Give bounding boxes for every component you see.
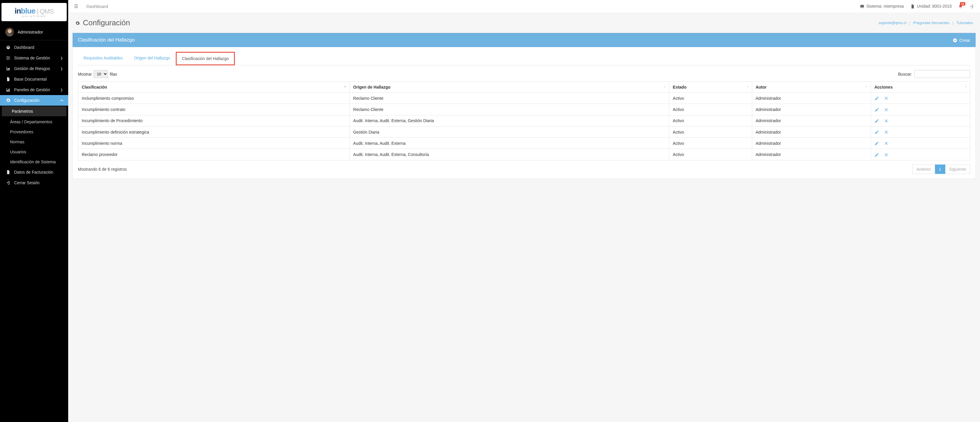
delete-button[interactable] — [884, 129, 889, 134]
cell-estado: Activo — [669, 126, 752, 137]
subnav-usuarios[interactable]: Usuarios — [0, 147, 68, 157]
cell-acciones — [871, 115, 970, 126]
page-1-button[interactable]: 1 — [935, 165, 945, 174]
nav-label: Gestión de Riesgos — [14, 66, 50, 71]
nav-base-documental[interactable]: Base Documental — [0, 74, 68, 85]
prev-page-button[interactable]: Anterior — [912, 165, 935, 174]
topbar: ☰ Dashboard Sistema: miempresa Unidad: 9… — [68, 0, 980, 13]
cell-acciones — [871, 93, 970, 104]
support-link[interactable]: soporte@qms.cl — [878, 21, 906, 25]
col-origen[interactable]: Orígen de Hallazgo↑↓ — [350, 82, 669, 93]
page-size-select[interactable]: 10 — [94, 70, 108, 78]
nav-gestion-riesgos[interactable]: Gestión de Riesgos ❯ — [0, 63, 68, 74]
file-icon — [910, 4, 915, 9]
edit-button[interactable] — [875, 96, 879, 101]
cell-autor: Administrador — [752, 126, 871, 137]
cell-autor: Administrador — [752, 104, 871, 115]
nav-facturacion[interactable]: Datos de Facturación — [0, 167, 68, 177]
nav-configuracion[interactable]: Configuración ❯ — [0, 95, 68, 105]
page-title: Configuración — [75, 18, 130, 27]
chevron-up-icon: ❯ — [60, 99, 64, 102]
menu-toggle-icon[interactable]: ☰ — [74, 3, 78, 9]
chart-bar-icon — [5, 87, 11, 92]
user-row[interactable]: Administrador — [0, 24, 68, 40]
nav-label: Datos de Facturación — [14, 170, 53, 174]
cell-autor: Administrador — [752, 138, 871, 149]
cell-clasificacion: Incumplimiento contrato — [78, 104, 350, 115]
config-subnav: Parámetros Áreas / Departamentos Proveed… — [0, 106, 68, 167]
cell-clasificacion: Incumplimiento definición estrategica — [78, 126, 350, 137]
table-footer: Mostrando 6 de 6 registros Anterior 1 Si… — [78, 165, 970, 174]
pagination: Anterior 1 Siguiente — [912, 165, 970, 174]
table-row: Inclumplimiento compromiso Reclamo Clien… — [78, 93, 970, 104]
panel: Clasificación del Hallazgo Crear Requisi… — [72, 33, 976, 179]
monitor-icon — [860, 4, 864, 9]
faq-link[interactable]: Preguntas frecuentes — [913, 21, 950, 25]
unidad-indicator[interactable]: Unidad: 9001-2015 — [910, 4, 952, 9]
show-suffix: filas — [110, 72, 117, 77]
col-autor[interactable]: Autor↑↓ — [752, 82, 871, 93]
gear-icon — [75, 18, 80, 27]
logo-part2: blue — [21, 6, 35, 15]
delete-button[interactable] — [884, 141, 889, 145]
col-clasificacion[interactable]: Clasificación↑↓ — [78, 82, 350, 93]
delete-button[interactable] — [884, 107, 889, 112]
cell-origen: Reclamo Cliente — [350, 93, 669, 104]
tutorials-link[interactable]: Tutoriales — [956, 21, 973, 25]
edit-button[interactable] — [875, 152, 879, 157]
col-estado[interactable]: Estado↑↓ — [669, 82, 752, 93]
subnav-areas[interactable]: Áreas / Departamentos — [0, 117, 68, 127]
nav-sistema-gestion[interactable]: Sistema de Gestión ❯ — [0, 53, 68, 63]
sort-icon: ↑↓ — [664, 85, 665, 88]
tab-requisitos[interactable]: Requisitos Auditables — [78, 52, 129, 66]
subnav-parametros[interactable]: Parámetros — [2, 106, 67, 116]
tab-clasificacion[interactable]: Clasificación del Hallazgo — [176, 52, 235, 66]
sistema-indicator[interactable]: Sistema: miempresa — [860, 4, 904, 9]
chevron-right-icon: ❯ — [60, 56, 63, 60]
edit-button[interactable] — [875, 129, 879, 134]
delete-button[interactable] — [884, 96, 889, 101]
edit-button[interactable] — [875, 118, 879, 123]
breadcrumb[interactable]: Dashboard — [86, 4, 108, 9]
edit-button[interactable] — [875, 107, 879, 112]
create-button[interactable]: Crear — [953, 37, 970, 43]
table-row: Incumplimiento de Procedimiento Audit. I… — [78, 115, 970, 126]
subnav-proveedores[interactable]: Proveedores — [0, 127, 68, 137]
nav-cerrar-sesion[interactable]: Cerrar Sesión — [0, 177, 68, 188]
subnav-normas[interactable]: Normas — [0, 137, 68, 147]
data-table: Clasificación↑↓ Orígen de Hallazgo↑↓ Est… — [78, 82, 970, 160]
cell-estado: Activo — [669, 149, 752, 160]
cell-acciones — [871, 149, 970, 160]
cell-acciones — [871, 126, 970, 137]
subnav-identificacion[interactable]: Identificación de Sistema — [0, 157, 68, 167]
tab-origen[interactable]: Origen del Hallazgo — [129, 52, 176, 66]
show-prefix: Mostrar — [78, 72, 92, 77]
cell-autor: Administrador — [752, 93, 871, 104]
cell-origen: Audit. Interna, Audit. Externa, Consulto… — [350, 149, 669, 160]
logo-part1: in — [15, 6, 21, 15]
chart-area-icon — [5, 66, 11, 71]
cell-autor: Administrador — [752, 149, 871, 160]
sidebar: inblue | QMS Solutions Administrador Das… — [0, 0, 68, 422]
next-page-button[interactable]: Siguiente — [945, 165, 970, 174]
nav-dashboard[interactable]: Dashboard — [0, 42, 68, 53]
avatar — [5, 28, 14, 37]
nav-label: Paneles de Gestión — [14, 87, 50, 92]
notifications-button[interactable]: 13 — [958, 4, 963, 9]
cell-origen: Reclamo Cliente — [350, 104, 669, 115]
cell-clasificacion: Incumplimiento de Procedimiento — [78, 115, 350, 126]
gear-icon — [5, 98, 11, 103]
cell-acciones — [871, 104, 970, 115]
delete-button[interactable] — [884, 152, 889, 157]
col-acciones: Acciones↑↓ — [871, 82, 970, 93]
sliders-icon — [5, 56, 11, 60]
search-input[interactable] — [915, 70, 970, 78]
delete-button[interactable] — [884, 118, 889, 123]
logout-button[interactable] — [969, 4, 974, 9]
table-controls: Mostrar 10 filas Buscar: — [78, 70, 970, 78]
edit-button[interactable] — [875, 141, 879, 145]
table-row: Incumplimiento norma Audit. Interna, Aud… — [78, 138, 970, 149]
cell-estado: Activo — [669, 115, 752, 126]
cell-estado: Activo — [669, 138, 752, 149]
nav-paneles-gestion[interactable]: Paneles de Gestión ❯ — [0, 85, 68, 95]
